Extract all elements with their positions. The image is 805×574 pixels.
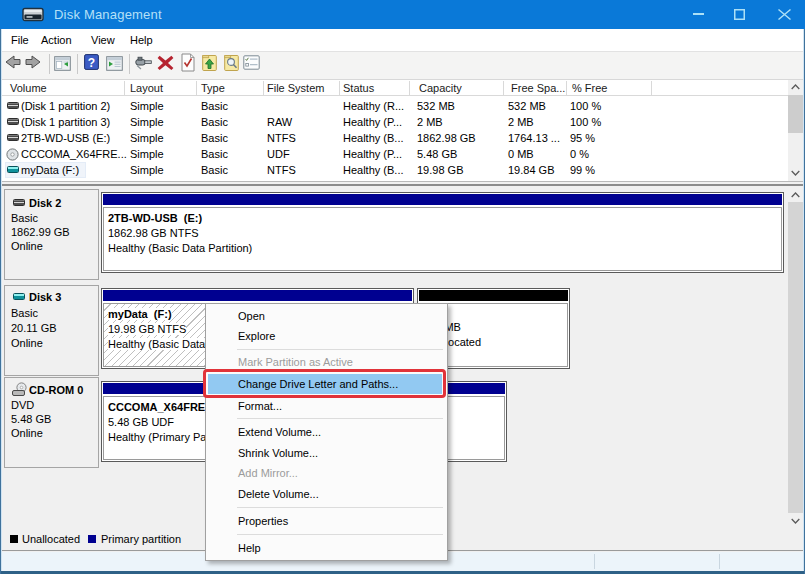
svg-text:?: ? xyxy=(88,56,95,70)
